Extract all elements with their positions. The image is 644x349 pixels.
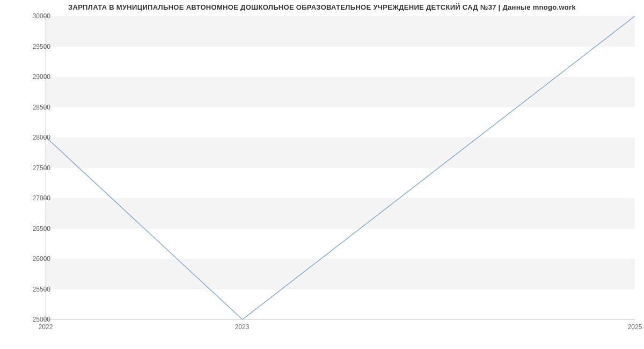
- x-tick-label: 2023: [235, 323, 250, 331]
- y-tick-label: 26000: [18, 255, 50, 263]
- data-line: [46, 16, 635, 319]
- y-tick-label: 29500: [18, 43, 50, 50]
- y-tick-label: 27000: [18, 194, 50, 202]
- y-tick-label: 27500: [18, 164, 50, 172]
- y-tick-label: 25000: [18, 316, 50, 323]
- chart-container: ЗАРПЛАТА В МУНИЦИПАЛЬНОЕ АВТОНОМНОЕ ДОШК…: [0, 0, 644, 349]
- y-tick-label: 29000: [18, 73, 50, 81]
- y-tick-label: 25500: [18, 286, 50, 293]
- y-tick-label: 26500: [18, 225, 50, 232]
- x-tick-label: 2025: [628, 323, 642, 331]
- x-tick-label: 2022: [39, 323, 53, 331]
- y-tick-label: 28000: [18, 134, 50, 141]
- y-tick-label: 28500: [18, 104, 50, 111]
- chart-title: ЗАРПЛАТА В МУНИЦИПАЛЬНОЕ АВТОНОМНОЕ ДОШК…: [0, 3, 644, 11]
- y-tick-label: 30000: [18, 12, 50, 20]
- plot-area: [46, 16, 635, 319]
